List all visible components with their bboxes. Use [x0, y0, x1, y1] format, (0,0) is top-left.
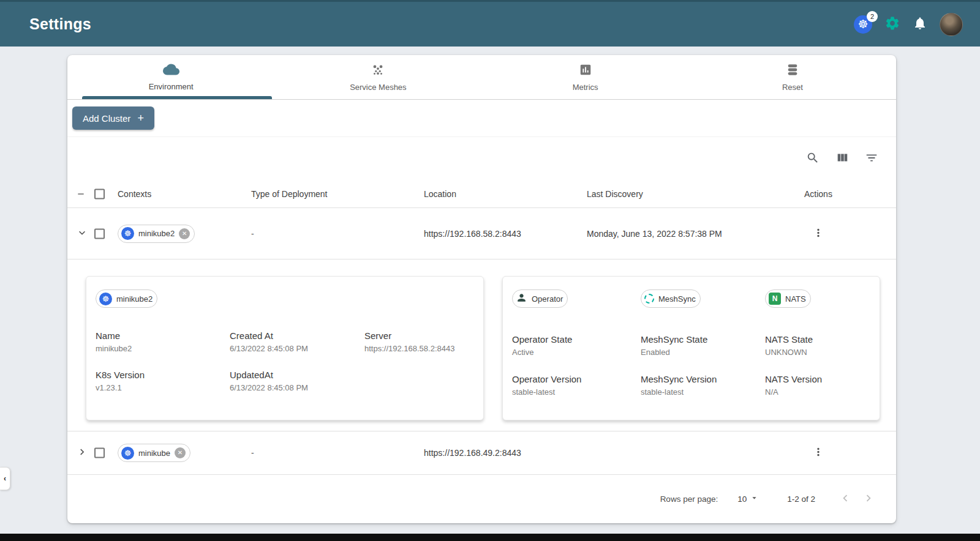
meshsync-icon [644, 294, 654, 304]
kubernetes-icon: ☸ [121, 447, 134, 460]
kubernetes-icon: ☸ [99, 293, 112, 305]
context-chip[interactable]: ☸ minikube ✕ [118, 444, 190, 462]
previous-page-button[interactable] [834, 487, 857, 510]
settings-card: Environment Service Meshes Metrics [67, 55, 896, 523]
gear-icon [884, 15, 900, 33]
operator-icon [516, 292, 527, 306]
field-value: stable-latest [512, 387, 555, 397]
filter-icon [865, 151, 878, 166]
row-actions-menu-button[interactable] [810, 444, 827, 463]
field-value: 6/13/2022 8:45:08 PM [230, 344, 364, 353]
page-title: Settings [29, 15, 91, 33]
bell-icon [913, 16, 927, 32]
view-columns-button[interactable] [830, 147, 854, 171]
field-label: MeshSync Version [641, 374, 717, 384]
kubernetes-icon: ☸ [121, 227, 134, 240]
next-page-button[interactable] [857, 487, 880, 510]
tab-environment[interactable]: Environment [67, 55, 274, 99]
meshsync-chip-label: MeshSync [658, 294, 696, 304]
field-value: Enabled [641, 348, 670, 357]
chevron-right-icon [76, 446, 88, 460]
field-label: Operator Version [512, 374, 581, 384]
context-count-badge: 2 [867, 11, 878, 22]
delete-context-icon[interactable]: ✕ [175, 447, 186, 458]
column-header-type[interactable]: Type of Deployment [251, 189, 328, 199]
caret-down-icon [750, 493, 759, 504]
chevron-right-icon [862, 491, 875, 507]
field-value: https://192.168.58.2:8443 [364, 344, 477, 353]
rows-per-page-value: 10 [737, 494, 747, 504]
cloud-icon [163, 64, 179, 78]
column-header-discovery[interactable]: Last Discovery [587, 189, 643, 199]
field-value: minikube2 [96, 344, 230, 353]
rows-per-page-select[interactable]: 10 [734, 493, 763, 505]
cluster-details-card: ☸ minikube2 Name minikube2 Created At 6/… [86, 276, 484, 420]
row-checkbox[interactable] [94, 448, 105, 458]
rows-per-page-label: Rows per page: [660, 494, 718, 504]
settings-gear-button[interactable] [884, 15, 900, 33]
tab-service-meshes[interactable]: Service Meshes [274, 55, 481, 99]
operator-chip[interactable]: Operator [512, 289, 568, 308]
bar-chart-icon [579, 63, 592, 78]
tab-label: Service Meshes [350, 83, 406, 92]
collapse-row-button[interactable] [76, 226, 88, 241]
nats-icon: N [769, 293, 781, 305]
cluster-chip[interactable]: ☸ minikube2 [96, 289, 157, 308]
context-chip-label: minikube2 [138, 229, 175, 238]
select-all-checkbox[interactable] [94, 189, 105, 200]
add-cluster-button[interactable]: Add Cluster + [72, 106, 154, 130]
field-label: NATS State [765, 334, 813, 345]
field-label: NATS Version [765, 374, 822, 384]
view-columns-icon [835, 151, 849, 166]
row-actions-menu-button[interactable] [810, 224, 827, 243]
delete-context-icon[interactable]: ✕ [179, 228, 190, 239]
field-label: Server [364, 330, 477, 341]
chevron-left-icon [839, 491, 852, 507]
table-footer: Rows per page: 10 1-2 of 2 [67, 475, 896, 523]
kebab-menu-icon [812, 450, 824, 460]
database-icon [786, 63, 799, 78]
operator-chip-label: Operator [532, 294, 563, 304]
nats-chip[interactable]: N NATS [765, 289, 811, 308]
field-value: UNKNOWN [765, 348, 807, 357]
context-chip[interactable]: ☸ minikube2 ✕ [118, 225, 195, 243]
field-label: Name [96, 330, 230, 341]
user-avatar[interactable] [940, 13, 963, 36]
field-label: K8s Version [96, 370, 230, 380]
field-value: Active [512, 348, 533, 357]
cluster-chip-label: minikube2 [116, 294, 153, 304]
type-of-deployment-value: - [251, 448, 254, 458]
tab-reset[interactable]: Reset [689, 55, 896, 99]
column-header-contexts[interactable]: Contexts [118, 189, 151, 199]
last-discovery-value: Monday, June 13, 2022 8:57:38 PM [587, 229, 722, 239]
field-label: Created At [230, 330, 364, 341]
expanded-row-panel: ☸ minikube2 Name minikube2 Created At 6/… [67, 259, 896, 431]
table-toolbar [67, 137, 896, 181]
sidebar-collapse-button[interactable]: ‹ [0, 467, 10, 490]
column-header-location[interactable]: Location [424, 189, 456, 199]
context-chip-label: minikube [138, 449, 170, 458]
type-of-deployment-value: - [251, 229, 254, 239]
collapse-all-button[interactable] [76, 189, 86, 199]
meshsync-chip[interactable]: MeshSync [641, 289, 701, 308]
service-mesh-icon [371, 63, 385, 78]
field-value: v1.23.1 [96, 383, 230, 392]
expand-row-button[interactable] [76, 446, 88, 460]
nats-chip-label: NATS [785, 294, 806, 304]
add-cluster-row: Add Cluster + [67, 100, 896, 137]
tab-label: Environment [149, 82, 194, 91]
chevron-down-icon [76, 226, 88, 241]
bottom-edge-strip [0, 534, 980, 541]
column-header-actions: Actions [804, 189, 832, 199]
appbar-icons: ☸ 2 [854, 13, 963, 36]
tab-metrics[interactable]: Metrics [482, 55, 689, 99]
filter-button[interactable] [859, 147, 884, 171]
field-label: MeshSync State [641, 334, 707, 345]
app-header: Settings ☸ 2 [0, 0, 980, 47]
search-button[interactable] [801, 147, 825, 171]
row-checkbox[interactable] [94, 228, 105, 239]
table-row: ☸ minikube ✕ - https://192.168.49.2:8443 [67, 431, 896, 475]
settings-tabs: Environment Service Meshes Metrics [67, 55, 896, 100]
kubernetes-contexts-button[interactable]: ☸ 2 [854, 15, 872, 34]
notifications-button[interactable] [913, 16, 927, 32]
